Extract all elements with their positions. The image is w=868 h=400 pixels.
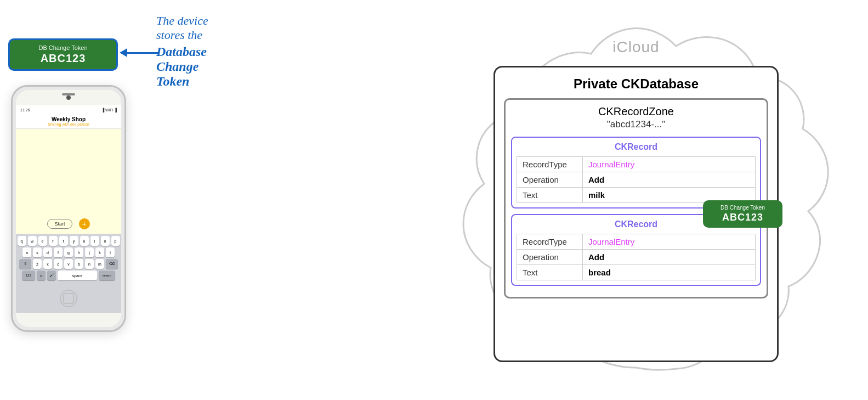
key-i[interactable]: i (90, 236, 99, 246)
home-button-inner (63, 293, 74, 304)
key-e[interactable]: e (38, 236, 47, 246)
operation-label-2: Operation (517, 250, 583, 265)
keyboard-row-2: a s d f g h j k l (17, 247, 120, 257)
arrow (120, 48, 160, 57)
key-o[interactable]: o (101, 236, 110, 246)
keyboard-row-4: 123 ☺ 🎤 space return (17, 271, 120, 280)
table-row: Text bread (517, 265, 756, 280)
table-row: Operation Add (517, 172, 756, 188)
key-w[interactable]: w (28, 236, 37, 246)
operation-value-2: Add (583, 250, 756, 265)
table-row: RecordType JournalEntry (517, 157, 756, 172)
status-icons: ▐ WiFi ▐ (101, 108, 117, 112)
table-row: RecordType JournalEntry (517, 234, 756, 250)
add-button[interactable]: + (79, 218, 90, 229)
key-g[interactable]: g (64, 247, 73, 257)
key-p[interactable]: p (111, 236, 120, 246)
arrow-head (120, 48, 127, 57)
key-x[interactable]: x (43, 259, 52, 269)
key-n[interactable]: n (85, 259, 94, 269)
key-s[interactable]: s (33, 247, 42, 257)
left-section: DB Change Token ABC123 The device stores… (0, 0, 230, 400)
key-u[interactable]: u (80, 236, 89, 246)
keyboard-row-1: q w e r t y u i o p (17, 236, 120, 246)
keyboard: q w e r t y u i o p a s d f g h (16, 234, 121, 284)
keyboard-row-3: ⇧ z x c v b n m ⌫ (17, 259, 120, 269)
key-123[interactable]: 123 (22, 271, 35, 280)
app-title: Weekly Shop (20, 116, 117, 122)
ck-database: Private CKDatabase CKRecordZone "abcd123… (493, 66, 779, 362)
ck-database-title: Private CKDatabase (504, 76, 768, 92)
icloud-label: iCloud (612, 38, 659, 56)
key-b[interactable]: b (75, 259, 83, 269)
device-token-label: DB Change Token (20, 44, 106, 51)
record-type-label: RecordType (517, 157, 583, 172)
key-a[interactable]: a (22, 247, 31, 257)
cloud-container: iCloud Private CKDatabase CKRecordZone "… (428, 5, 844, 390)
app-content (16, 129, 121, 214)
status-bar: 11:26 ▐ WiFi ▐ (16, 105, 121, 114)
home-button[interactable] (60, 290, 77, 307)
key-d[interactable]: d (43, 247, 52, 257)
iphone-notch (16, 90, 121, 105)
text-label: Text (517, 188, 583, 203)
key-c[interactable]: c (54, 259, 63, 269)
key-z[interactable]: z (33, 259, 42, 269)
ck-record-2-table: RecordType JournalEntry Operation Add Te… (517, 234, 756, 280)
key-delete[interactable]: ⌫ (106, 259, 118, 269)
ck-zone-title: CKRecordZone (511, 105, 761, 118)
caption-area: The device stores the Database Change To… (156, 14, 230, 89)
key-shift[interactable]: ⇧ (19, 259, 31, 269)
app-header: Weekly Shop Sharing with one person (16, 114, 121, 129)
ck-record-1-header: CKRecord (517, 142, 756, 152)
table-row: Operation Add (517, 250, 756, 265)
record-type-label-2: RecordType (517, 234, 583, 250)
cloud-token-value: ABC123 (711, 212, 775, 223)
ck-zone-id: "abcd1234-..." (511, 119, 761, 130)
operation-value: Add (583, 172, 756, 188)
caption-line1: The device stores the (156, 14, 230, 42)
text-value-2: bread (583, 265, 756, 280)
operation-label: Operation (517, 172, 583, 188)
text-label-2: Text (517, 265, 583, 280)
arrow-line (127, 52, 160, 54)
key-q[interactable]: q (18, 236, 26, 246)
key-r[interactable]: r (49, 236, 58, 246)
key-k[interactable]: k (95, 247, 104, 257)
device-token-value: ABC123 (20, 52, 106, 65)
start-button[interactable]: Start (47, 219, 72, 229)
record-type-value-2: JournalEntry (583, 234, 756, 250)
key-return[interactable]: return (99, 271, 115, 280)
ck-record-zone: CKRecordZone "abcd1234-..." CKRecord Rec… (504, 98, 768, 298)
iphone-frame: 11:26 ▐ WiFi ▐ Weekly Shop Sharing with … (11, 85, 126, 332)
key-y[interactable]: y (70, 236, 78, 246)
key-j[interactable]: j (85, 247, 94, 257)
caption-line2: Database Change Token (156, 44, 230, 89)
key-m[interactable]: m (95, 259, 104, 269)
record-type-value: JournalEntry (583, 157, 756, 172)
app-bottom: Start + (16, 214, 121, 234)
cloud-token-box: DB Change Token ABC123 (703, 200, 782, 228)
key-f[interactable]: f (54, 247, 63, 257)
ck-record-1-table: RecordType JournalEntry Operation Add Te… (517, 156, 756, 203)
key-space[interactable]: space (58, 271, 97, 280)
key-mic[interactable]: 🎤 (47, 271, 56, 280)
key-t[interactable]: t (59, 236, 68, 246)
device-token-box: DB Change Token ABC123 (8, 38, 118, 71)
ck-record-1: CKRecord RecordType JournalEntry Operati… (511, 137, 761, 209)
key-h[interactable]: h (75, 247, 83, 257)
key-l[interactable]: l (106, 247, 115, 257)
iphone-camera (66, 95, 71, 100)
key-v[interactable]: v (64, 259, 73, 269)
right-section: iCloud Private CKDatabase CKRecordZone "… (411, 0, 868, 400)
cloud-token-label: DB Change Token (711, 205, 775, 211)
iphone-screen: 11:26 ▐ WiFi ▐ Weekly Shop Sharing with … (16, 90, 121, 327)
status-time: 11:26 (20, 108, 30, 112)
key-emoji[interactable]: ☺ (37, 271, 46, 280)
app-subtitle: Sharing with one person (20, 122, 117, 126)
